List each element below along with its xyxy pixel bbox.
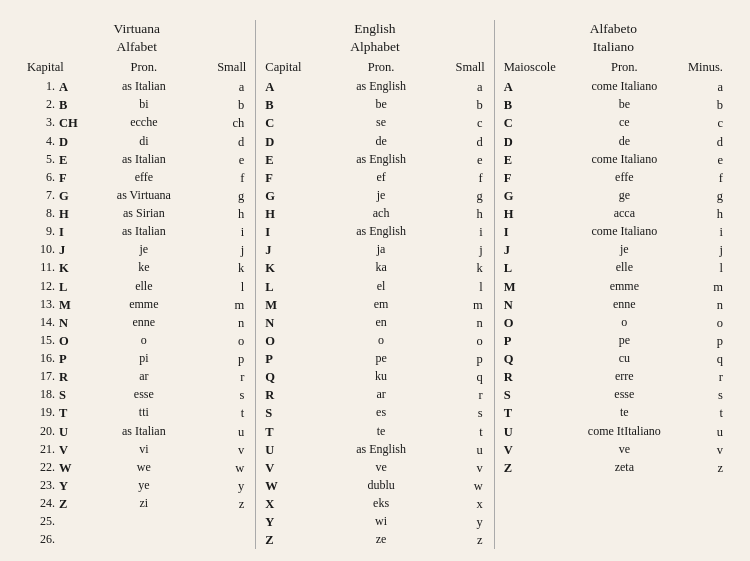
table-row: 26. (25, 531, 248, 548)
table-row: 6.Feffef (25, 169, 248, 187)
table-row: Csec (263, 114, 486, 132)
table-row: Gjeg (263, 187, 486, 205)
table-row: Feffef (502, 169, 725, 187)
table-row: Hachh (263, 205, 486, 223)
table-row: Aas Englisha (263, 78, 486, 96)
table-row: Nenn (263, 314, 486, 332)
italian-table: Maioscole Pron. Minus. Acome ItalianoaBb… (502, 58, 725, 477)
english-th-capital: Capital (263, 58, 334, 78)
virtuana-th-kapital: Kapital (25, 58, 95, 78)
table-row: 19.Tttit (25, 404, 248, 422)
virtuana-column: Virtuana Alfabet Kapital Pron. Small 1.A… (25, 20, 248, 548)
table-row: Haccah (502, 205, 725, 223)
italian-th-maioscole: Maioscole (502, 58, 575, 78)
italian-title2: Italiano (502, 38, 725, 56)
table-row: Icome Italianoi (502, 223, 725, 241)
english-title2: Alphabet (263, 38, 486, 56)
english-th-small: Small (428, 58, 486, 78)
table-row: Kkak (263, 259, 486, 277)
table-row: Dded (263, 133, 486, 151)
english-table: Capital Pron. Small Aas EnglishaBbebCsec… (263, 58, 486, 549)
table-row: Xeksx (263, 495, 486, 513)
virtuana-header: Virtuana Alfabet (25, 20, 248, 55)
italian-title1: Alfabeto (502, 20, 725, 38)
virtuana-title2: Alfabet (25, 38, 248, 56)
italian-th-pron: Pron. (574, 58, 674, 78)
table-row: 7.Gas Virtuanag (25, 187, 248, 205)
table-row: Feff (263, 169, 486, 187)
table-row: Zzetaz (502, 459, 725, 477)
table-row: 1.Aas Italiana (25, 78, 248, 96)
table-row: Bbeb (263, 96, 486, 114)
virtuana-th-pron: Pron. (95, 58, 192, 78)
virtuana-title1: Virtuana (25, 20, 248, 38)
table-row: 9.Ias Italiani (25, 223, 248, 241)
table-row: 10.Jjej (25, 241, 248, 259)
table-row: Sess (263, 404, 486, 422)
table-row: 16.Ppip (25, 350, 248, 368)
table-row: Qkuq (263, 368, 486, 386)
table-row: 23.Yyey (25, 477, 248, 495)
table-row: Lell (263, 278, 486, 296)
table-row: 20.Uas Italianu (25, 423, 248, 441)
table-row: 5.Eas Italiane (25, 151, 248, 169)
virtuana-table: Kapital Pron. Small 1.Aas Italiana2.Bbib… (25, 58, 248, 548)
table-row: Ooo (263, 332, 486, 350)
virtuana-th-small: Small (193, 58, 249, 78)
table-row: Memmem (502, 278, 725, 296)
table-row: Ooo (502, 314, 725, 332)
table-row: 15.Ooo (25, 332, 248, 350)
table-row: Dded (502, 133, 725, 151)
table-row: Ias Englishi (263, 223, 486, 241)
table-row: Ppep (263, 350, 486, 368)
italian-column: Alfabeto Italiano Maioscole Pron. Minus.… (502, 20, 725, 477)
table-row: Lellel (502, 259, 725, 277)
table-row: Sesses (502, 386, 725, 404)
table-row: 12.Lellel (25, 278, 248, 296)
table-row: Ecome Italianoe (502, 151, 725, 169)
italian-header: Alfabeto Italiano (502, 20, 725, 55)
table-row: Ccec (502, 114, 725, 132)
table-row: 2.Bbib (25, 96, 248, 114)
table-row: Rarr (263, 386, 486, 404)
english-header: English Alphabet (263, 20, 486, 55)
english-column: English Alphabet Capital Pron. Small Aas… (263, 20, 486, 549)
italian-th-minus: Minus. (674, 58, 725, 78)
table-row: Qcuq (502, 350, 725, 368)
table-row: Ywiy (263, 513, 486, 531)
table-row: 13.Memmem (25, 296, 248, 314)
table-row: 11.Kkek (25, 259, 248, 277)
table-row: Ppep (502, 332, 725, 350)
table-row: Ucome ItItalianou (502, 423, 725, 441)
table-row: Bbeb (502, 96, 725, 114)
table-row: 25. (25, 513, 248, 530)
page: Virtuana Alfabet Kapital Pron. Small 1.A… (10, 10, 740, 559)
table-row: 24.Zziz (25, 495, 248, 513)
table-row: 8.Has Sirianh (25, 205, 248, 223)
table-row: Ggeg (502, 187, 725, 205)
table-row: Rerrer (502, 368, 725, 386)
table-row: 22.Wwew (25, 459, 248, 477)
divider-2 (494, 20, 495, 549)
table-row: Jjaj (263, 241, 486, 259)
table-row: Uas Englishu (263, 441, 486, 459)
table-row: Jjej (502, 241, 725, 259)
table-row: Ttet (263, 423, 486, 441)
divider-1 (255, 20, 256, 549)
table-row: Eas Englishe (263, 151, 486, 169)
table-row: Zzez (263, 531, 486, 549)
table-row: 4.Ddid (25, 133, 248, 151)
table-row: 14.Nennen (25, 314, 248, 332)
table-row: Memm (263, 296, 486, 314)
english-th-pron: Pron. (334, 58, 428, 78)
table-row: Wdubluw (263, 477, 486, 495)
table-row: Ttet (502, 404, 725, 422)
table-row: 21.Vviv (25, 441, 248, 459)
table-row: Acome Italianoa (502, 78, 725, 96)
table-row: 17.Rarr (25, 368, 248, 386)
columns-wrapper: Virtuana Alfabet Kapital Pron. Small 1.A… (25, 20, 725, 549)
table-row: 3.CHecchech (25, 114, 248, 132)
table-row: Nennen (502, 296, 725, 314)
table-row: 18.Sesses (25, 386, 248, 404)
table-row: Vvev (502, 441, 725, 459)
